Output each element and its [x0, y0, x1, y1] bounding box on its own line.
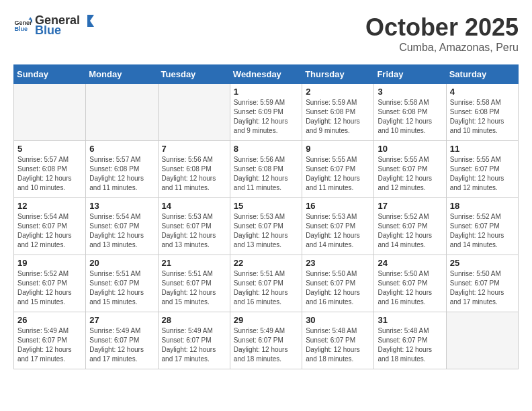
day-header-thursday: Thursday — [302, 65, 374, 84]
day-info: Sunrise: 5:51 AMSunset: 6:07 PMDaylight:… — [234, 269, 298, 307]
day-number: 3 — [378, 87, 442, 97]
day-number: 16 — [306, 201, 370, 211]
day-info: Sunrise: 5:51 AMSunset: 6:07 PMDaylight:… — [162, 269, 226, 307]
week-row-5: 26Sunrise: 5:49 AMSunset: 6:07 PMDayligh… — [14, 312, 519, 369]
calendar-cell: 14Sunrise: 5:53 AMSunset: 6:07 PMDayligh… — [158, 198, 230, 255]
day-number: 26 — [17, 315, 82, 325]
day-number: 24 — [378, 258, 442, 268]
day-info: Sunrise: 5:59 AMSunset: 6:09 PMDaylight:… — [234, 98, 298, 136]
calendar-cell: 6Sunrise: 5:57 AMSunset: 6:08 PMDaylight… — [86, 141, 158, 198]
day-info: Sunrise: 5:59 AMSunset: 6:08 PMDaylight:… — [306, 98, 370, 136]
day-info: Sunrise: 5:58 AMSunset: 6:08 PMDaylight:… — [450, 98, 515, 136]
day-info: Sunrise: 5:48 AMSunset: 6:07 PMDaylight:… — [306, 326, 370, 364]
day-number: 8 — [234, 144, 298, 154]
calendar-cell: 7Sunrise: 5:56 AMSunset: 6:08 PMDaylight… — [158, 141, 230, 198]
day-info: Sunrise: 5:50 AMSunset: 6:07 PMDaylight:… — [306, 269, 370, 307]
day-info: Sunrise: 5:58 AMSunset: 6:08 PMDaylight:… — [378, 98, 442, 136]
day-info: Sunrise: 5:54 AMSunset: 6:07 PMDaylight:… — [17, 212, 82, 250]
calendar-cell: 29Sunrise: 5:49 AMSunset: 6:07 PMDayligh… — [230, 312, 302, 369]
day-info: Sunrise: 5:56 AMSunset: 6:08 PMDaylight:… — [234, 155, 298, 193]
svg-text:General: General — [14, 19, 32, 26]
calendar-cell: 16Sunrise: 5:53 AMSunset: 6:07 PMDayligh… — [302, 198, 374, 255]
day-info: Sunrise: 5:49 AMSunset: 6:07 PMDaylight:… — [17, 326, 82, 364]
calendar-cell: 28Sunrise: 5:49 AMSunset: 6:07 PMDayligh… — [158, 312, 230, 369]
day-number: 31 — [378, 315, 442, 325]
day-info: Sunrise: 5:51 AMSunset: 6:07 PMDaylight:… — [89, 269, 154, 307]
calendar-cell: 5Sunrise: 5:57 AMSunset: 6:08 PMDaylight… — [14, 141, 86, 198]
day-number: 4 — [450, 87, 515, 97]
day-number: 23 — [306, 258, 370, 268]
calendar-cell — [158, 84, 230, 141]
day-number: 17 — [378, 201, 442, 211]
week-row-1: 1Sunrise: 5:59 AMSunset: 6:09 PMDaylight… — [14, 84, 519, 141]
calendar-cell: 1Sunrise: 5:59 AMSunset: 6:09 PMDaylight… — [230, 84, 302, 141]
calendar-cell: 4Sunrise: 5:58 AMSunset: 6:08 PMDaylight… — [446, 84, 518, 141]
day-number: 15 — [234, 201, 298, 211]
day-number: 5 — [17, 144, 82, 154]
day-info: Sunrise: 5:53 AMSunset: 6:07 PMDaylight:… — [162, 212, 226, 250]
day-header-wednesday: Wednesday — [230, 65, 302, 84]
header: General Blue General Blue October 2025 C… — [13, 13, 519, 54]
day-number: 27 — [89, 315, 154, 325]
svg-text:Blue: Blue — [14, 26, 28, 32]
calendar-cell: 2Sunrise: 5:59 AMSunset: 6:08 PMDaylight… — [302, 84, 374, 141]
calendar-cell: 13Sunrise: 5:54 AMSunset: 6:07 PMDayligh… — [86, 198, 158, 255]
title-area: October 2025 Cumba, Amazonas, Peru — [365, 13, 519, 54]
day-info: Sunrise: 5:52 AMSunset: 6:07 PMDaylight:… — [17, 269, 82, 307]
day-info: Sunrise: 5:53 AMSunset: 6:07 PMDaylight:… — [306, 212, 370, 250]
calendar-cell: 23Sunrise: 5:50 AMSunset: 6:07 PMDayligh… — [302, 255, 374, 312]
day-number: 6 — [89, 144, 154, 154]
day-number: 12 — [17, 201, 82, 211]
calendar-cell — [446, 312, 518, 369]
day-info: Sunrise: 5:55 AMSunset: 6:07 PMDaylight:… — [306, 155, 370, 193]
calendar-cell: 19Sunrise: 5:52 AMSunset: 6:07 PMDayligh… — [14, 255, 86, 312]
day-number: 9 — [306, 144, 370, 154]
day-number: 29 — [234, 315, 298, 325]
day-info: Sunrise: 5:49 AMSunset: 6:07 PMDaylight:… — [162, 326, 226, 364]
day-info: Sunrise: 5:55 AMSunset: 6:07 PMDaylight:… — [378, 155, 442, 193]
calendar-table: SundayMondayTuesdayWednesdayThursdayFrid… — [13, 64, 519, 369]
day-info: Sunrise: 5:52 AMSunset: 6:07 PMDaylight:… — [450, 212, 515, 250]
day-info: Sunrise: 5:50 AMSunset: 6:07 PMDaylight:… — [450, 269, 515, 307]
day-header-monday: Monday — [86, 65, 158, 84]
week-row-2: 5Sunrise: 5:57 AMSunset: 6:08 PMDaylight… — [14, 141, 519, 198]
header-row: SundayMondayTuesdayWednesdayThursdayFrid… — [14, 65, 519, 84]
day-number: 7 — [162, 144, 226, 154]
day-info: Sunrise: 5:49 AMSunset: 6:07 PMDaylight:… — [89, 326, 154, 364]
day-info: Sunrise: 5:53 AMSunset: 6:07 PMDaylight:… — [234, 212, 298, 250]
location-title: Cumba, Amazonas, Peru — [365, 42, 519, 54]
calendar-cell: 24Sunrise: 5:50 AMSunset: 6:07 PMDayligh… — [374, 255, 446, 312]
day-info: Sunrise: 5:56 AMSunset: 6:08 PMDaylight:… — [162, 155, 226, 193]
calendar-cell: 26Sunrise: 5:49 AMSunset: 6:07 PMDayligh… — [14, 312, 86, 369]
day-number: 18 — [450, 201, 515, 211]
svg-marker-2 — [28, 17, 32, 19]
month-title: October 2025 — [365, 13, 519, 42]
calendar-cell: 22Sunrise: 5:51 AMSunset: 6:07 PMDayligh… — [230, 255, 302, 312]
day-info: Sunrise: 5:55 AMSunset: 6:07 PMDaylight:… — [450, 155, 515, 193]
week-row-3: 12Sunrise: 5:54 AMSunset: 6:07 PMDayligh… — [14, 198, 519, 255]
calendar-cell: 20Sunrise: 5:51 AMSunset: 6:07 PMDayligh… — [86, 255, 158, 312]
calendar-cell — [14, 84, 86, 141]
day-header-saturday: Saturday — [446, 65, 518, 84]
day-info: Sunrise: 5:52 AMSunset: 6:07 PMDaylight:… — [378, 212, 442, 250]
day-number: 20 — [89, 258, 154, 268]
calendar-cell — [86, 84, 158, 141]
day-number: 28 — [162, 315, 226, 325]
calendar-cell: 9Sunrise: 5:55 AMSunset: 6:07 PMDaylight… — [302, 141, 374, 198]
calendar-cell: 30Sunrise: 5:48 AMSunset: 6:07 PMDayligh… — [302, 312, 374, 369]
calendar-cell: 27Sunrise: 5:49 AMSunset: 6:07 PMDayligh… — [86, 312, 158, 369]
day-number: 14 — [162, 201, 226, 211]
calendar-cell: 21Sunrise: 5:51 AMSunset: 6:07 PMDayligh… — [158, 255, 230, 312]
day-number: 25 — [450, 258, 515, 268]
day-info: Sunrise: 5:57 AMSunset: 6:08 PMDaylight:… — [17, 155, 82, 193]
calendar-cell: 10Sunrise: 5:55 AMSunset: 6:07 PMDayligh… — [374, 141, 446, 198]
day-number: 2 — [306, 87, 370, 97]
calendar-cell: 12Sunrise: 5:54 AMSunset: 6:07 PMDayligh… — [14, 198, 86, 255]
day-header-friday: Friday — [374, 65, 446, 84]
logo-flag-icon — [81, 14, 94, 28]
calendar-cell: 25Sunrise: 5:50 AMSunset: 6:07 PMDayligh… — [446, 255, 518, 312]
day-number: 1 — [234, 87, 298, 97]
day-number: 11 — [450, 144, 515, 154]
logo: General Blue General Blue — [13, 13, 95, 38]
calendar-cell: 17Sunrise: 5:52 AMSunset: 6:07 PMDayligh… — [374, 198, 446, 255]
